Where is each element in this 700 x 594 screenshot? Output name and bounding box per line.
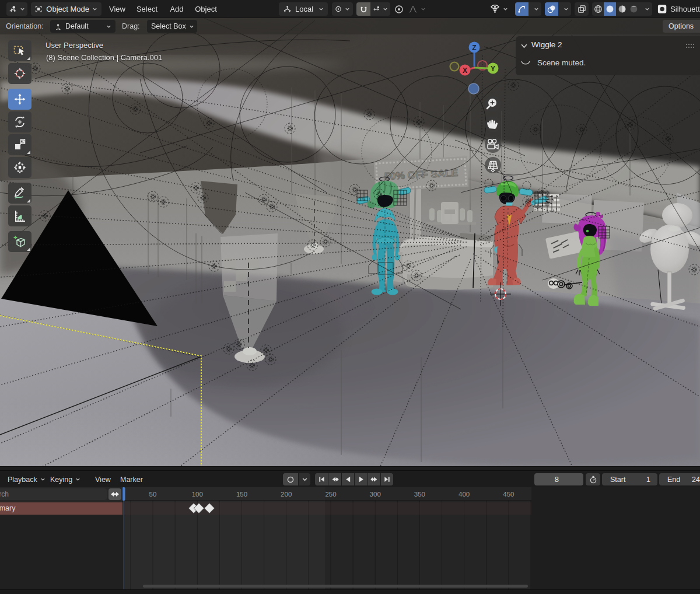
svg-text:100: 100 bbox=[192, 491, 203, 498]
svg-text:Z: Z bbox=[472, 44, 476, 52]
svg-text:400: 400 bbox=[459, 491, 470, 498]
svg-text:300: 300 bbox=[370, 491, 381, 498]
svg-text:200: 200 bbox=[281, 491, 292, 498]
svg-text:150: 150 bbox=[236, 491, 247, 498]
svg-text:Y: Y bbox=[491, 65, 495, 73]
svg-text:50: 50 bbox=[149, 491, 157, 498]
svg-text:350: 350 bbox=[414, 491, 425, 498]
svg-text:250: 250 bbox=[325, 491, 336, 498]
svg-text:450: 450 bbox=[503, 491, 514, 498]
svg-text:X: X bbox=[463, 67, 467, 75]
